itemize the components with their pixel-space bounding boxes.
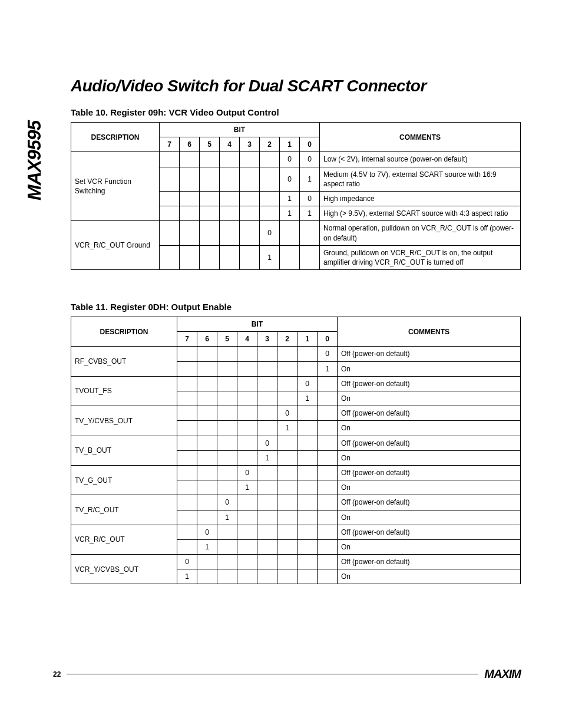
header-bit: BIT <box>160 123 320 137</box>
row-description: VCR_R/C_OUT Ground <box>71 221 160 270</box>
row-comment: Normal operation, pulldown on VCR_R/C_OU… <box>320 221 521 245</box>
bit-cell <box>297 347 318 361</box>
bit-cell: 1 <box>177 569 197 584</box>
header-bit-1: 1 <box>297 332 318 347</box>
bit-cell <box>277 555 297 569</box>
bit-cell <box>197 376 217 391</box>
bit-cell <box>197 436 217 450</box>
header-bit-0: 0 <box>318 332 338 347</box>
header-bit-7: 7 <box>177 332 197 347</box>
bit-cell <box>318 406 338 421</box>
bit-cell <box>257 510 277 525</box>
bit-cell <box>220 191 240 206</box>
bit-cell <box>197 569 217 584</box>
document-title: Audio/Video Switch for Dual SCART Connec… <box>71 77 521 95</box>
row-comment: Off (power-on default) <box>338 406 521 421</box>
bit-cell <box>297 361 318 376</box>
bit-cell <box>217 569 237 584</box>
bit-cell <box>318 495 338 510</box>
bit-cell <box>237 569 257 584</box>
bit-cell <box>240 191 260 206</box>
bit-cell <box>217 539 237 554</box>
bit-cell <box>297 569 318 584</box>
bit-cell <box>200 191 220 206</box>
row-comment: On <box>338 361 521 376</box>
bit-cell <box>160 245 180 269</box>
bit-cell <box>318 465 338 480</box>
bit-cell <box>237 406 257 421</box>
bit-cell <box>318 555 338 569</box>
bit-cell: 0 <box>217 495 237 510</box>
row-description: VCR_Y/CVBS_OUT <box>71 555 177 584</box>
row-comment: Off (power-on default) <box>338 555 521 569</box>
row-description: RF_CVBS_OUT <box>71 347 177 376</box>
bit-cell <box>197 495 217 510</box>
bit-cell <box>237 436 257 450</box>
bit-cell <box>197 406 217 421</box>
row-comment: Off (power-on default) <box>338 376 521 391</box>
header-bit-7: 7 <box>160 137 180 152</box>
bit-cell <box>297 510 318 525</box>
row-comment: On <box>338 421 521 436</box>
row-description: TV_R/C_OUT <box>71 495 177 525</box>
bit-cell <box>217 480 237 495</box>
bit-cell: 1 <box>300 206 320 221</box>
bit-cell: 1 <box>257 450 277 465</box>
bit-cell <box>217 376 237 391</box>
table10-caption: Table 10. Register 09h: VCR Video Output… <box>71 107 521 117</box>
bit-cell <box>177 436 197 450</box>
bit-cell: 1 <box>197 539 217 554</box>
bit-cell <box>180 245 200 269</box>
header-bit-6: 6 <box>197 332 217 347</box>
row-comment: Medium (4.5V to 7V), external SCART sour… <box>320 167 521 191</box>
bit-cell <box>280 245 300 269</box>
bit-cell <box>160 152 180 167</box>
bit-cell: 0 <box>280 152 300 167</box>
header-bit-1: 1 <box>280 137 300 152</box>
table-row: VCR_R/C_OUT0Off (power-on default) <box>71 525 521 539</box>
bit-cell <box>277 569 297 584</box>
bit-cell <box>220 167 240 191</box>
table-row: VCR_R/C_OUT Ground0Normal operation, pul… <box>71 221 521 245</box>
bit-cell <box>260 206 280 221</box>
header-description: DESCRIPTION <box>71 123 160 152</box>
bit-cell <box>257 539 277 554</box>
bit-cell <box>177 361 197 376</box>
bit-cell <box>297 465 318 480</box>
table10: DESCRIPTIONBITCOMMENTS76543210Set VCR Fu… <box>71 122 521 270</box>
bit-cell <box>237 361 257 376</box>
bit-cell <box>160 221 180 245</box>
table-row: TVOUT_FS0Off (power-on default) <box>71 376 521 391</box>
bit-cell <box>277 376 297 391</box>
row-comment: Off (power-on default) <box>338 347 521 361</box>
bit-cell: 1 <box>280 191 300 206</box>
bit-cell <box>257 569 277 584</box>
row-comment: On <box>338 569 521 584</box>
bit-cell <box>217 555 237 569</box>
bit-cell <box>260 152 280 167</box>
bit-cell <box>257 406 277 421</box>
bit-cell <box>297 406 318 421</box>
bit-cell <box>297 525 318 539</box>
bit-cell <box>280 221 300 245</box>
bit-cell <box>200 167 220 191</box>
bit-cell <box>180 167 200 191</box>
table-row: Set VCR Function Switching00Low (< 2V), … <box>71 152 521 167</box>
bit-cell <box>318 480 338 495</box>
bit-cell <box>217 421 237 436</box>
row-comment: Off (power-on default) <box>338 495 521 510</box>
bit-cell <box>197 421 217 436</box>
bit-cell: 1 <box>280 206 300 221</box>
bit-cell <box>217 450 237 465</box>
bit-cell <box>297 495 318 510</box>
table-row: RF_CVBS_OUT0Off (power-on default) <box>71 347 521 361</box>
table-row: TV_G_OUT0Off (power-on default) <box>71 465 521 480</box>
bit-cell: 1 <box>318 361 338 376</box>
bit-cell <box>237 539 257 554</box>
bit-cell <box>237 391 257 406</box>
bit-cell <box>177 450 197 465</box>
bit-cell <box>240 206 260 221</box>
bit-cell <box>160 167 180 191</box>
bit-cell <box>197 555 217 569</box>
bit-cell <box>220 221 240 245</box>
